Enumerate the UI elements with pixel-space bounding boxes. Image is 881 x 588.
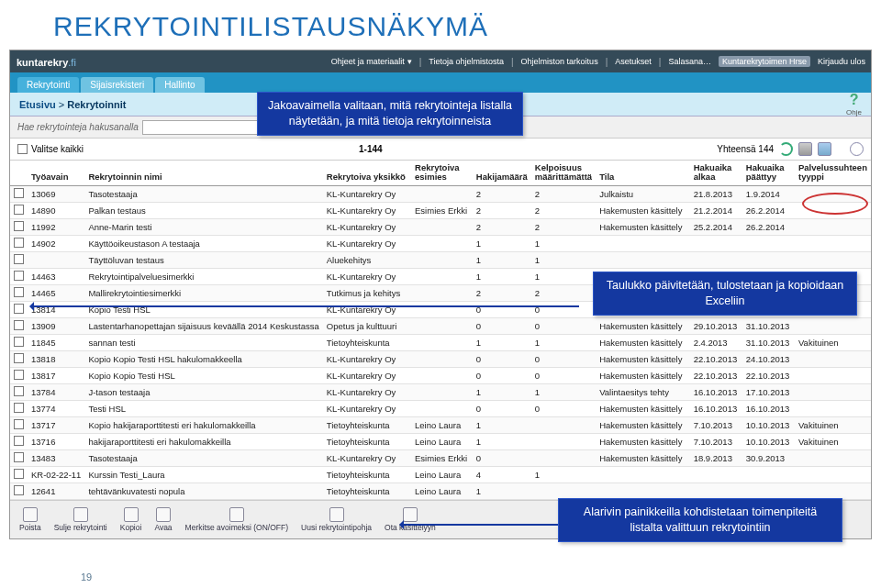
cell-mgr — [411, 350, 473, 367]
table-row[interactable]: KR-02-22-11Kurssin Testi_LauraTietoyhtei… — [10, 466, 871, 483]
current-user[interactable]: Kuntarekrytoimen Hrse — [719, 56, 810, 67]
row-checkbox[interactable] — [14, 485, 24, 495]
row-checkbox[interactable] — [14, 419, 24, 429]
cell-end: 17.10.2013 — [742, 383, 795, 400]
table-row[interactable]: 13717Kopio hakijaraporttitesti eri hakul… — [10, 416, 871, 433]
cell-status: Hakemusten käsittely — [596, 218, 690, 235]
export-excel-icon[interactable] — [818, 142, 831, 156]
cell-mgr — [411, 317, 473, 334]
table-row[interactable]: 14890Palkan testausKL-Kuntarekry OyEsimi… — [10, 202, 871, 218]
cell-key: 14463 — [28, 268, 84, 284]
help-button[interactable]: ?Ohje — [846, 92, 862, 116]
cell-mgr: Leino Laura — [411, 466, 473, 483]
print-icon[interactable] — [798, 142, 812, 156]
th-name[interactable]: Rekrytoinnin nimi — [84, 161, 322, 185]
select-all-checkbox[interactable] — [17, 144, 28, 154]
tab-rekrytointi[interactable]: Rekrytointi — [17, 77, 79, 93]
table-row[interactable]: 13909Lastentarhanopettajan sijaisuus kev… — [10, 317, 871, 334]
cell-key: 13814 — [28, 301, 84, 317]
btn-open[interactable]: Avaa — [154, 507, 172, 532]
row-checkbox[interactable] — [14, 287, 24, 297]
btn-new[interactable]: Uusi rekrytointipohja — [301, 507, 372, 532]
table-row[interactable]: 14902Käyttöoikeustason A testaajaKL-Kunt… — [10, 235, 871, 251]
refresh-icon[interactable] — [779, 142, 793, 156]
cell-status: Hakemusten käsittely — [596, 350, 690, 367]
cell-name: J-tason testaaja — [84, 383, 322, 400]
breadcrumb: Etusivu > Rekrytoinnit — [19, 99, 126, 110]
cell-elig: 2 — [531, 284, 596, 301]
row-checkbox[interactable] — [14, 436, 24, 446]
cell-unit: KL-Kuntarekry Oy — [323, 350, 411, 367]
cell-apps: 1 — [473, 433, 531, 449]
table-row[interactable]: 12641tehtävänkuvatesti nopulaTietoyhteis… — [10, 483, 871, 499]
table-row[interactable]: 11845sannan testiTietoyhteiskunta11Hakem… — [10, 334, 871, 350]
table-row[interactable]: 13483TasotestaajaKL-Kuntarekry OyEsimies… — [10, 449, 871, 466]
cell-key: 13716 — [28, 433, 84, 449]
cell-name: Käyttöoikeustason A testaaja — [84, 235, 322, 251]
row-checkbox[interactable] — [14, 221, 24, 231]
th-apps[interactable]: Hakijamäärä — [473, 161, 531, 185]
row-checkbox[interactable] — [14, 188, 24, 198]
row-checkbox[interactable] — [14, 304, 24, 314]
row-checkbox[interactable] — [14, 469, 24, 479]
th-status[interactable]: Tila — [596, 161, 690, 185]
cell-key: 13069 — [28, 185, 84, 202]
menu-tietoja[interactable]: Tietoja ohjelmistosta — [429, 57, 504, 66]
callout-2: Taulukko päivitetään, tulostetaan ja kop… — [593, 272, 857, 316]
cell-end: 26.2.2014 — [742, 218, 795, 235]
btn-delete[interactable]: Poista — [19, 507, 41, 532]
table-row[interactable]: 13716hakijaraporttitesti eri hakulomakke… — [10, 433, 871, 449]
row-checkbox[interactable] — [14, 320, 24, 330]
btn-copy[interactable]: Kopioi — [120, 507, 142, 532]
row-checkbox[interactable] — [14, 403, 24, 413]
btn-mark[interactable]: Merkitse avoimeksi (ON/OFF) — [185, 507, 288, 532]
table-row[interactable]: Täyttöluvan testausAluekehitys11 — [10, 251, 871, 268]
cell-end: 1.9.2014 — [742, 185, 795, 202]
search-label: Hae rekrytointeja hakusanalla — [17, 122, 139, 132]
row-checkbox[interactable] — [14, 271, 24, 281]
th-end[interactable]: Hakuaika päättyy — [742, 161, 795, 185]
table-row[interactable]: 13774Testi HSLKL-Kuntarekry Oy00Hakemust… — [10, 400, 871, 416]
wrench-icon[interactable] — [850, 142, 864, 156]
cell-name: Kopio hakijaraporttitesti eri hakulomakk… — [84, 416, 322, 433]
cell-status — [596, 235, 690, 251]
row-checkbox[interactable] — [14, 370, 24, 380]
cell-start: 21.8.2013 — [690, 185, 742, 202]
table-row[interactable]: 13069TasotestaajaKL-Kuntarekry Oy22Julka… — [10, 185, 871, 202]
table-row[interactable]: 13817Kopio Kopio Testi HSLKL-Kuntarekry … — [10, 367, 871, 383]
row-checkbox[interactable] — [14, 205, 24, 215]
logout-link[interactable]: Kirjaudu ulos — [818, 57, 865, 66]
cell-mgr — [411, 185, 473, 202]
tab-sijaisrekisteri[interactable]: Sijaisrekisteri — [81, 77, 153, 93]
row-checkbox[interactable] — [14, 337, 24, 347]
table-row[interactable]: 13818Kopio Kopio Testi HSL hakulomakkeel… — [10, 350, 871, 367]
row-checkbox[interactable] — [14, 353, 24, 363]
menu-asetukset[interactable]: Asetukset — [615, 57, 652, 66]
cell-type — [795, 383, 871, 400]
menu-salasana[interactable]: Salasana… — [668, 57, 711, 66]
cell-end: 10.10.2013 — [742, 433, 795, 449]
btn-close[interactable]: Sulje rekrytointi — [54, 507, 107, 532]
th-start[interactable]: Hakuaika alkaa — [690, 161, 742, 185]
row-checkbox[interactable] — [14, 254, 24, 264]
table-row[interactable]: 11992Anne-Marin testiKL-Kuntarekry Oy22H… — [10, 218, 871, 235]
table-row[interactable]: 13784J-tason testaajaKL-Kuntarekry Oy11V… — [10, 383, 871, 400]
th-key[interactable]: Työavain — [28, 161, 84, 185]
menu-tarkoitus[interactable]: Ohjelmiston tarkoitus — [521, 57, 598, 66]
cell-end: 31.10.2013 — [742, 317, 795, 334]
cell-name: sannan testi — [84, 334, 322, 350]
cell-apps: 1 — [473, 251, 531, 268]
th-type[interactable]: Palvelussuhteen tyyppi — [795, 161, 871, 185]
row-checkbox[interactable] — [14, 238, 24, 248]
row-checkbox[interactable] — [14, 452, 24, 462]
cell-apps: 0 — [473, 350, 531, 367]
btn-take[interactable]: Ota käsittelyyn — [385, 507, 436, 532]
th-unit[interactable]: Rekrytoiva yksikkö — [323, 161, 411, 185]
breadcrumb-root[interactable]: Etusivu — [19, 99, 56, 110]
tab-hallinto[interactable]: Hallinto — [155, 77, 204, 93]
th-mgr[interactable]: Rekrytoiva esimies — [411, 161, 473, 185]
row-checkbox[interactable] — [14, 386, 24, 396]
cell-apps: 1 — [473, 383, 531, 400]
menu-ohjeet[interactable]: Ohjeet ja materiaalit ▾ — [331, 57, 412, 66]
th-elig[interactable]: Kelpoisuus määrittämättä — [531, 161, 596, 185]
